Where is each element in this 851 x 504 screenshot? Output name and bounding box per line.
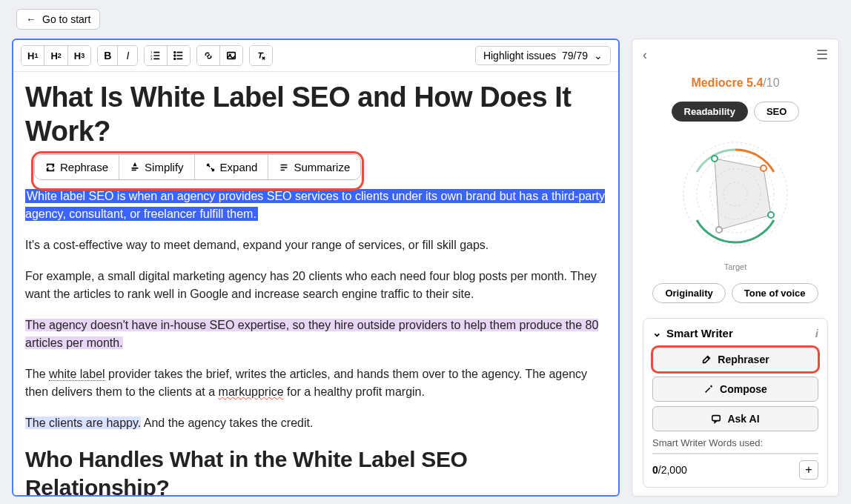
originality-tab[interactable]: Originality [652,283,725,303]
score-value: 5.4 [746,76,763,89]
list-group: 123 [144,45,191,66]
svg-point-19 [761,165,766,171]
selected-text: White label SEO is when an agency provid… [25,189,605,221]
metric-tabs-top: Readability SEO [643,102,828,122]
text-style-group: B I [97,45,138,66]
highlight-issues-label: Highlight issues [483,50,556,62]
document-title: What Is White Label SEO and How Does It … [25,81,606,148]
go-to-start-button[interactable]: ← Go to start [16,9,100,30]
summarize-button[interactable]: Summarize [268,155,360,179]
paragraph-3: For example, a small digital marketing a… [25,268,606,303]
rephrase-icon [45,162,56,173]
ask-ai-label: Ask AI [727,413,759,425]
rephrase-label: Rephrase [60,161,108,173]
rephraser-button[interactable]: Rephraser [652,347,818,372]
arrow-left-icon: ← [26,13,36,25]
unordered-list-button[interactable] [168,46,190,65]
link-button[interactable] [197,46,220,65]
smart-writer-title: Smart Writer [666,327,733,339]
clear-format-button[interactable] [250,46,272,65]
editor-content[interactable]: What Is White Label SEO and How Does It … [13,72,618,495]
go-to-start-label: Go to start [42,13,90,25]
simplify-button[interactable]: Simplify [119,155,195,179]
expand-icon [205,162,216,173]
document-subheading: Who Handles What in the White Label SEO … [25,445,606,495]
main-layout: H1 H2 H3 B I 123 [0,39,851,497]
simplify-icon [130,162,140,173]
selection-toolbar: Rephrase Simplify Expand Summarize [34,154,361,180]
rephrase-button[interactable]: Rephrase [35,155,119,179]
svg-point-21 [716,227,722,233]
score-display: Mediocre 5.4/10 [643,76,828,90]
editor-toolbar: H1 H2 H3 B I 123 [13,40,618,72]
chevron-down-icon: ⌄ [594,50,603,62]
highlight-issues-count: 79/79 [562,50,588,62]
sidebar-header: ‹ ☰ [643,47,828,63]
metric-tabs-bottom: Originality Tone of voice [643,283,828,303]
expand-label: Expand [220,161,258,173]
svg-text:3: 3 [150,57,153,61]
words-used-label: Smart Writer Words used: [652,437,818,448]
svg-rect-12 [228,53,236,59]
svg-point-6 [174,52,176,53]
paragraph-1: White label SEO is when an agency provid… [25,188,606,223]
tone-highlight: The clients are happy. [25,417,141,429]
heading3-button[interactable]: H3 [68,46,90,65]
paragraph-4: The agency doesn't have in-house SEO exp… [25,316,606,352]
menu-button[interactable]: ☰ [816,47,828,63]
clear-format-group [249,45,273,66]
spelling-error[interactable]: markupprice [219,385,284,398]
svg-point-7 [174,55,176,56]
info-icon[interactable]: i [815,327,818,339]
svg-point-8 [174,59,176,60]
italic-button[interactable]: I [118,46,137,65]
summarize-icon [279,162,289,173]
svg-point-20 [768,212,774,218]
magic-icon [703,384,714,394]
chevron-down-icon: ⌄ [652,326,662,339]
ask-ai-button[interactable]: Ask AI [652,406,818,431]
svg-rect-22 [712,416,721,421]
svg-point-18 [712,156,718,162]
smart-writer-header[interactable]: ⌄ Smart Writer i [652,326,818,339]
sidebar-panel: ‹ ☰ Mediocre 5.4/10 Readability SEO [632,39,839,497]
score-max: /10 [763,76,779,89]
image-button[interactable] [220,46,242,65]
radar-chart [676,135,795,253]
rephraser-label: Rephraser [718,354,769,365]
edit-icon [701,354,712,365]
radar-target-label: Target [643,262,828,271]
words-progress-bar [652,453,818,454]
expand-button[interactable]: Expand [195,155,269,179]
score-label: Mediocre [691,76,743,89]
ordered-list-button[interactable]: 123 [145,46,168,65]
paragraph-6: The clients are happy. And the agency ta… [25,414,606,432]
tone-tab[interactable]: Tone of voice [732,283,818,303]
insert-group [196,45,243,66]
simplify-label: Simplify [145,161,184,173]
words-count-row: 0/2,000 + [652,460,818,480]
heading2-button[interactable]: H2 [44,46,67,65]
highlight-issues-dropdown[interactable]: Highlight issues 79/79 ⌄ [475,46,611,65]
add-words-button[interactable]: + [799,460,818,480]
compose-label: Compose [720,383,767,395]
smart-writer-panel: ⌄ Smart Writer i Rephraser Compose Ask A… [643,318,828,488]
editor-panel: H1 H2 H3 B I 123 [12,39,620,497]
link-text[interactable]: white label [49,368,105,381]
readability-highlight: The agency doesn't have in-house SEO exp… [25,319,598,349]
readability-tab[interactable]: Readability [672,102,748,122]
chat-icon [711,414,721,424]
words-count: 0/2,000 [652,464,687,476]
summarize-label: Summarize [294,161,350,173]
bold-button[interactable]: B [98,46,118,65]
back-button[interactable]: ‹ [643,47,647,63]
paragraph-2: It's a cost-effective way to meet demand… [25,236,606,254]
heading-group: H1 H2 H3 [21,45,91,66]
compose-button[interactable]: Compose [652,377,818,402]
seo-tab[interactable]: SEO [754,102,799,122]
heading1-button[interactable]: H1 [21,46,44,65]
paragraph-5: The white label provider takes the brief… [25,365,606,401]
